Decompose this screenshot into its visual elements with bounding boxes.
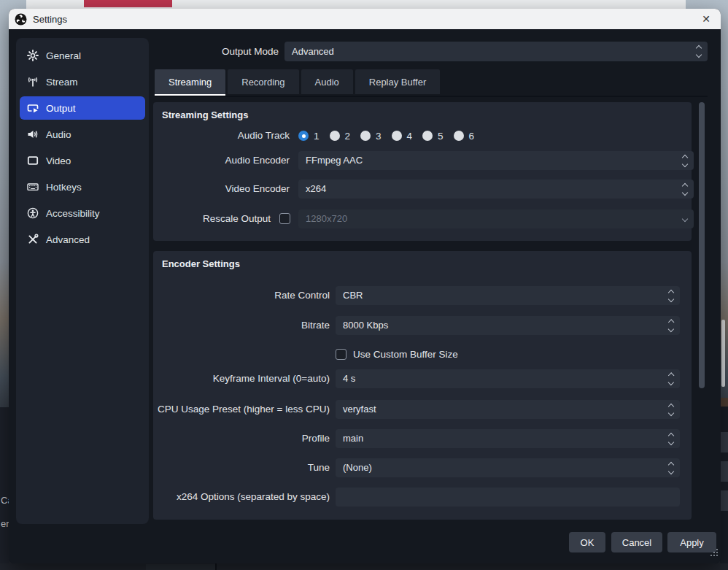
sidebar-item-label: Output xyxy=(46,103,76,114)
video-encoder-select[interactable]: x264 xyxy=(298,180,694,199)
rate-control-label: Rate Control xyxy=(153,286,330,305)
rescale-resolution-value: 1280x720 xyxy=(306,213,347,224)
apply-button-label: Apply xyxy=(680,537,704,548)
radio-icon[interactable] xyxy=(422,131,433,141)
tune-label: Tune xyxy=(153,458,330,477)
cpu-preset-select[interactable]: veryfast xyxy=(336,400,680,419)
rescale-output-checkbox[interactable] xyxy=(279,213,290,224)
audio-track-option-3[interactable]: 3 xyxy=(360,131,382,142)
sidebar-item-stream[interactable]: Stream xyxy=(20,70,145,93)
antenna-icon xyxy=(26,76,39,88)
ok-button[interactable]: OK xyxy=(569,532,605,552)
gear-icon xyxy=(26,50,39,62)
rate-control-value: CBR xyxy=(343,290,363,301)
x264-options-input[interactable] xyxy=(336,488,680,507)
background-right-panel xyxy=(720,398,728,570)
audio-encoder-select[interactable]: FFmpeg AAC xyxy=(298,151,694,170)
background-right-row xyxy=(721,432,728,452)
custom-buffer-label: Use Custom Buffer Size xyxy=(353,348,458,361)
rescale-output-label: Rescale Output xyxy=(153,209,271,228)
audio-track-label: Audio Track xyxy=(153,126,290,145)
keyframe-interval-value: 4 s xyxy=(343,373,355,384)
tab-label: Audio xyxy=(315,77,339,88)
apply-button[interactable]: Apply xyxy=(667,532,716,552)
bitrate-spinbox[interactable]: 8000 Kbps xyxy=(336,316,680,335)
spinner-arrows-icon[interactable] xyxy=(662,369,680,388)
tune-value: (None) xyxy=(343,462,372,473)
ok-button-label: OK xyxy=(581,537,595,548)
background-red-tab xyxy=(84,0,172,7)
video-encoder-value: x264 xyxy=(306,183,326,194)
sidebar: General Stream xyxy=(16,38,149,524)
radio-icon[interactable] xyxy=(330,131,340,141)
radio-icon[interactable] xyxy=(392,131,402,141)
keyframe-interval-label: Keyframe Interval (0=auto) xyxy=(153,369,330,388)
sidebar-item-label: Audio xyxy=(46,129,71,140)
sidebar-item-audio[interactable]: Audio xyxy=(20,123,145,146)
sidebar-item-output[interactable]: Output xyxy=(20,96,145,120)
sidebar-item-label: Video xyxy=(46,155,71,166)
resize-grip-icon[interactable] xyxy=(710,549,718,556)
video-encoder-label: Video Encoder xyxy=(153,180,290,199)
sidebar-item-hotkeys[interactable]: Hotkeys xyxy=(20,175,145,199)
keyboard-icon xyxy=(26,181,39,193)
radio-label: 5 xyxy=(438,131,444,142)
accessibility-icon xyxy=(26,207,39,220)
bitrate-label: Bitrate xyxy=(153,316,330,335)
cpu-preset-value: veryfast xyxy=(343,404,376,415)
streaming-settings-panel: Streaming Settings Audio Track 1 2 3 4 5… xyxy=(153,102,692,241)
custom-buffer-checkbox[interactable] xyxy=(336,349,346,360)
keyframe-interval-spinbox[interactable]: 4 s xyxy=(336,369,680,388)
radio-icon[interactable] xyxy=(360,131,371,141)
tab-audio[interactable]: Audio xyxy=(301,69,353,94)
radio-checked-icon[interactable] xyxy=(298,131,309,141)
background-right-row xyxy=(721,490,728,511)
sidebar-item-label: Stream xyxy=(46,77,78,88)
display-output-icon xyxy=(26,102,39,115)
audio-track-option-5[interactable]: 5 xyxy=(422,131,444,142)
output-mode-select[interactable]: Advanced xyxy=(284,42,708,61)
obs-logo-icon xyxy=(15,13,27,26)
sidebar-item-advanced[interactable]: Advanced xyxy=(20,228,145,251)
rate-control-select[interactable]: CBR xyxy=(336,286,680,305)
chevron-updown-icon xyxy=(676,180,694,199)
rescale-resolution-select[interactable]: 1280x720 xyxy=(298,209,694,228)
titlebar[interactable]: Settings ✕ xyxy=(9,9,721,29)
profile-label: Profile xyxy=(153,429,330,448)
encoder-settings-panel: Encoder Settings Rate Control CBR Bitrat… xyxy=(153,251,692,520)
output-mode-value: Advanced xyxy=(292,46,334,57)
tab-replay-buffer[interactable]: Replay Buffer xyxy=(355,69,441,94)
window-title: Settings xyxy=(33,14,67,25)
audio-encoder-label: Audio Encoder xyxy=(153,151,290,170)
cancel-button[interactable]: Cancel xyxy=(611,532,662,552)
audio-track-option-2[interactable]: 2 xyxy=(330,131,351,142)
streaming-settings-title: Streaming Settings xyxy=(162,109,248,120)
background-partial-text: er xyxy=(1,518,9,529)
background-right-strip xyxy=(720,398,728,407)
audio-track-option-6[interactable]: 6 xyxy=(454,131,475,142)
scrollbar-thumb[interactable] xyxy=(699,102,705,388)
spinner-arrows-icon[interactable] xyxy=(662,316,680,335)
sidebar-item-accessibility[interactable]: Accessibility xyxy=(20,201,145,225)
bitrate-value: 8000 Kbps xyxy=(343,320,388,331)
x264-options-label: x264 Options (separated by space) xyxy=(153,488,330,507)
radio-icon[interactable] xyxy=(454,131,464,141)
sidebar-item-general[interactable]: General xyxy=(20,44,145,67)
profile-value: main xyxy=(343,433,363,444)
tab-label: Streaming xyxy=(169,77,212,88)
tune-select[interactable]: (None) xyxy=(336,458,680,477)
sidebar-item-label: Hotkeys xyxy=(46,182,82,193)
profile-select[interactable]: main xyxy=(336,429,680,448)
settings-dialog: Settings ✕ General xyxy=(9,9,721,563)
close-icon[interactable]: ✕ xyxy=(694,9,718,29)
tab-streaming[interactable]: Streaming xyxy=(155,69,225,94)
tab-label: Replay Buffer xyxy=(369,77,427,88)
speaker-icon xyxy=(26,128,39,141)
sidebar-item-label: Advanced xyxy=(46,234,90,245)
audio-track-option-4[interactable]: 4 xyxy=(392,131,413,142)
sidebar-item-video[interactable]: Video xyxy=(20,149,145,172)
tab-recording[interactable]: Recording xyxy=(228,69,298,94)
output-mode-label: Output Mode xyxy=(162,42,279,61)
audio-track-option-1[interactable]: 1 xyxy=(298,131,320,142)
output-tabs: Streaming Recording Audio Replay Buffer xyxy=(155,69,442,94)
